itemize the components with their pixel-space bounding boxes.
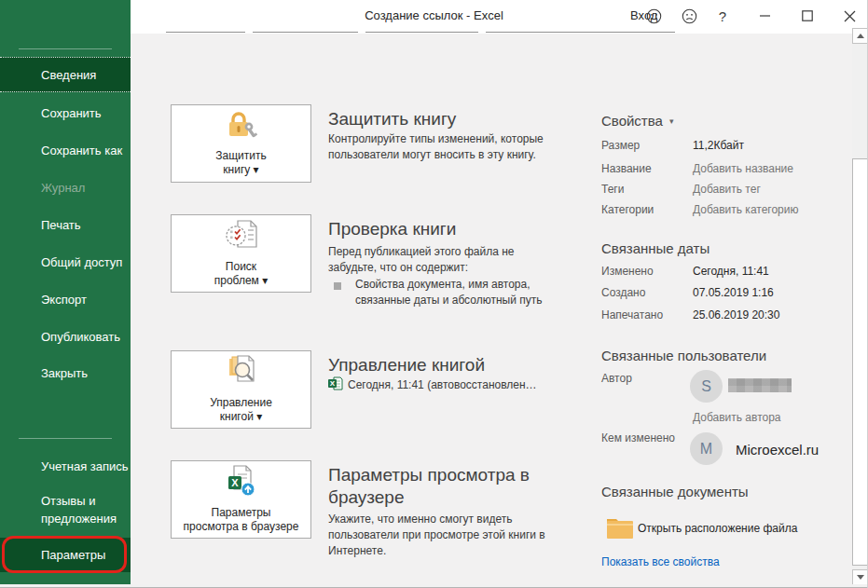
sidebar-item-options[interactable]: Параметры xyxy=(0,538,131,572)
bullet-square xyxy=(334,282,341,290)
check-for-issues-label: Поиск проблем ▾ xyxy=(214,260,268,288)
printed-label: Напечатано xyxy=(601,308,663,321)
sidebar-item-feedback[interactable]: Отзывы и предложения xyxy=(0,490,131,531)
redaction-line xyxy=(486,32,675,33)
size-value: 11,2Кбайт xyxy=(693,139,744,152)
author-name-redacted xyxy=(728,378,792,392)
manage-workbook-button[interactable]: Управление книгой ▾ xyxy=(171,350,311,429)
sidebar-item-info[interactable]: Сведения xyxy=(0,57,131,92)
folder-icon[interactable] xyxy=(606,516,634,544)
close-button[interactable] xyxy=(841,7,858,24)
size-label: Размер xyxy=(601,139,640,152)
sidebar-item-close[interactable]: Закрыть xyxy=(0,360,131,386)
redaction-line xyxy=(253,32,358,33)
add-category-field[interactable]: Добавить категорию xyxy=(693,203,799,216)
author-label: Автор xyxy=(601,372,632,385)
sidebar-item-history: Журнал xyxy=(0,174,131,200)
backstage-sidebar: Сведения Сохранить Сохранить как Журнал … xyxy=(0,0,131,584)
related-dates-heading: Связанные даты xyxy=(601,240,710,256)
modified-by-avatar-letter: M xyxy=(700,441,712,458)
redaction-line xyxy=(365,32,478,33)
feedback-happy-icon[interactable] xyxy=(645,7,662,24)
autorecover-version-label: Сегодня, 11:41 (автовосстановлен… xyxy=(348,378,537,391)
author-avatar-letter: S xyxy=(701,378,711,395)
sidebar-item-save-as[interactable]: Сохранить как xyxy=(0,137,131,163)
redaction-line xyxy=(166,32,245,33)
manage-versions-icon xyxy=(223,355,260,392)
sidebar-divider xyxy=(19,438,112,439)
modified-value: Сегодня, 11:41 xyxy=(693,265,769,278)
scroll-up-button[interactable] xyxy=(852,28,868,44)
vertical-scrollbar[interactable] xyxy=(852,28,868,585)
excel-backstage-window: Создание ссылок - Excel Вход ? Сведения … xyxy=(0,0,868,588)
categories-label: Категории xyxy=(601,203,654,216)
window-bottom-edge xyxy=(0,584,868,588)
protect-workbook-label: Защитить книгу ▾ xyxy=(215,149,266,177)
manage-workbook-label: Управление книгой ▾ xyxy=(210,396,272,424)
add-title-field[interactable]: Добавить название xyxy=(693,162,793,175)
browser-description: Укажите, что именно смогут видеть пользо… xyxy=(328,512,547,559)
maximize-button[interactable] xyxy=(799,7,816,24)
svg-text:X: X xyxy=(330,379,336,388)
chevron-down-icon: ▾ xyxy=(669,116,674,126)
inspect-description: Перед публикацией этого файла не забудьт… xyxy=(328,244,557,276)
add-author-field[interactable]: Добавить автора xyxy=(693,411,781,424)
protect-workbook-button[interactable]: Защитить книгу ▾ xyxy=(171,104,311,183)
triangle-down-icon xyxy=(857,575,864,580)
sidebar-item-save[interactable]: Сохранить xyxy=(0,100,131,126)
title-label: Название xyxy=(601,162,652,175)
browser-view-options-label: Параметры просмотра в браузере xyxy=(184,506,299,534)
related-documents-heading: Связанные документы xyxy=(601,484,749,499)
svg-text:X: X xyxy=(231,477,239,488)
protect-description: Контролируйте типы изменений, которые по… xyxy=(328,131,550,163)
autorecover-version-item[interactable]: X Сегодня, 11:41 (автовосстановлен… xyxy=(328,376,537,393)
protect-heading: Защитить книгу xyxy=(328,109,456,130)
created-label: Создано xyxy=(601,286,645,299)
inspect-document-icon xyxy=(223,219,260,256)
modified-by-avatar: M xyxy=(690,432,723,465)
tags-label: Теги xyxy=(601,183,624,196)
sidebar-item-publish[interactable]: Опубликовать xyxy=(0,323,131,349)
sidebar-item-print[interactable]: Печать xyxy=(0,212,131,238)
sidebar-item-account[interactable]: Учетная запись xyxy=(0,453,131,479)
modified-by-label: Кем изменено xyxy=(601,431,675,444)
printed-value: 25.06.2019 20:30 xyxy=(693,308,779,321)
triangle-up-icon xyxy=(857,34,864,38)
modified-by-name: Microexcel.ru xyxy=(736,442,819,458)
check-for-issues-button[interactable]: Поиск проблем ▾ xyxy=(171,214,311,293)
show-all-properties-link[interactable]: Показать все свойства xyxy=(601,555,720,568)
modified-label: Изменено xyxy=(601,265,654,278)
sidebar-item-share[interactable]: Общий доступ xyxy=(0,249,131,275)
manage-heading: Управление книгой xyxy=(328,355,485,376)
author-avatar: S xyxy=(690,370,723,403)
browser-heading: Параметры просмотра в браузере xyxy=(328,464,572,509)
excel-file-icon: X xyxy=(328,376,343,393)
feedback-sad-icon[interactable] xyxy=(681,7,697,24)
minimize-button[interactable] xyxy=(757,7,774,24)
sidebar-divider xyxy=(19,48,112,49)
open-file-location-link[interactable]: Открыть расположение файла xyxy=(638,522,797,535)
related-people-heading: Связанные пользователи xyxy=(601,348,766,363)
properties-heading-label: Свойства xyxy=(601,113,663,129)
browser-view-options-button[interactable]: X Параметры просмотра в браузере xyxy=(171,460,311,539)
properties-heading[interactable]: Свойства▾ xyxy=(601,113,673,129)
lock-key-icon xyxy=(224,110,259,145)
created-value: 07.05.2019 1:16 xyxy=(693,286,774,299)
scroll-down-button[interactable] xyxy=(852,569,868,585)
add-tag-field[interactable]: Добавить тег xyxy=(693,183,761,196)
inspect-heading: Проверка книги xyxy=(328,219,456,239)
scrollbar-thumb[interactable] xyxy=(852,158,868,566)
sidebar-item-export[interactable]: Экспорт xyxy=(0,286,131,312)
inspect-bullet-text: Свойства документа, имя автора, связанны… xyxy=(355,277,558,308)
browser-view-icon: X xyxy=(223,465,260,502)
help-button[interactable]: ? xyxy=(714,7,731,24)
